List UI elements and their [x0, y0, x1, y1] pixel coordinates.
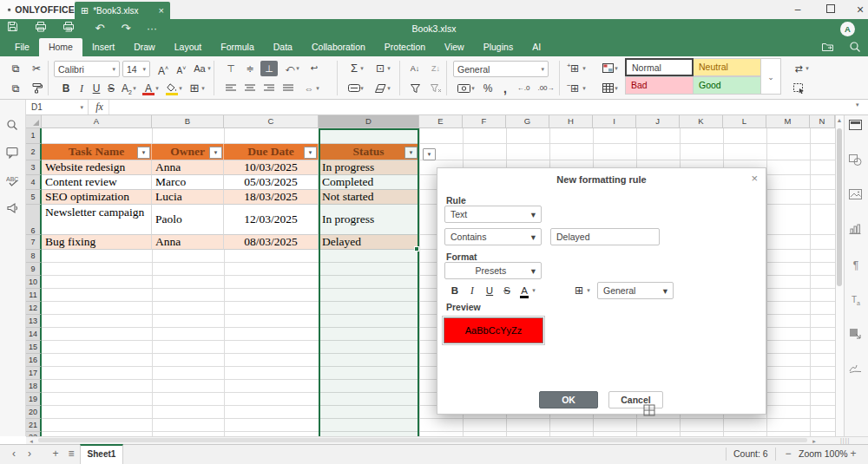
- row-header[interactable]: 21: [26, 419, 42, 432]
- paragraph-settings-icon[interactable]: ¶: [849, 258, 863, 272]
- name-box[interactable]: D1▾: [26, 100, 89, 114]
- column-header-d[interactable]: D: [319, 115, 419, 128]
- fill-handle[interactable]: [414, 246, 419, 252]
- justify-button[interactable]: [279, 81, 297, 96]
- rule-type-select[interactable]: Text ▾: [444, 206, 542, 223]
- cell-style-normal[interactable]: Normal: [625, 58, 694, 76]
- select-range-button[interactable]: [790, 81, 807, 96]
- cell-b5[interactable]: Lucia: [152, 190, 224, 205]
- row-header[interactable]: 6: [26, 205, 42, 235]
- image-settings-icon[interactable]: [849, 189, 863, 203]
- chevron-down-icon[interactable]: ▾: [358, 81, 366, 96]
- quick-print-button[interactable]: [62, 21, 82, 36]
- save-button[interactable]: [7, 21, 26, 36]
- dialog-bold-button[interactable]: B: [448, 282, 462, 299]
- autofilter-button-b[interactable]: ▼: [209, 147, 222, 159]
- align-right-button[interactable]: [260, 81, 278, 96]
- strikethrough-button[interactable]: S: [102, 81, 120, 96]
- chevron-down-icon[interactable]: ▾: [358, 61, 366, 76]
- cell-b4[interactable]: Marco: [152, 175, 224, 190]
- cell-a4[interactable]: Content review: [42, 175, 152, 190]
- row-header[interactable]: 9: [26, 263, 42, 276]
- cell-style-good[interactable]: Good: [693, 76, 761, 95]
- cell-a7[interactable]: Bug fixing: [42, 235, 152, 250]
- next-sheet-icon[interactable]: ›: [23, 448, 36, 461]
- chevron-down-icon[interactable]: ▾: [469, 81, 477, 96]
- clear-filter-button[interactable]: [427, 81, 444, 96]
- expand-formula-bar-icon[interactable]: ▾: [856, 101, 859, 108]
- chart-settings-icon[interactable]: [849, 224, 863, 238]
- row-header[interactable]: 10: [26, 276, 42, 289]
- dialog-close-icon[interactable]: ×: [751, 172, 758, 185]
- chevron-down-icon[interactable]: ▾: [529, 282, 538, 299]
- vertical-scrollbar-thumb[interactable]: [837, 128, 842, 286]
- user-avatar[interactable]: A: [840, 22, 855, 36]
- font-name-select[interactable]: Calibri ▾: [54, 61, 120, 77]
- open-file-location-icon[interactable]: [821, 41, 837, 55]
- comma-style-button[interactable]: ,: [496, 81, 514, 96]
- cell-c3[interactable]: 10/03/2025: [224, 160, 319, 175]
- shape-settings-icon[interactable]: [849, 154, 863, 168]
- rule-value-input[interactable]: [550, 228, 660, 245]
- sheet-tab[interactable]: Sheet1: [80, 444, 123, 464]
- zoom-out-button[interactable]: −: [781, 448, 795, 461]
- column-header-m[interactable]: M: [766, 115, 810, 128]
- chevron-down-icon[interactable]: ▾: [580, 61, 589, 76]
- chevron-down-icon[interactable]: ▾: [385, 61, 393, 76]
- zoom-in-button[interactable]: +: [846, 448, 860, 461]
- column-header-g[interactable]: G: [506, 115, 549, 128]
- row-header[interactable]: 13: [26, 315, 42, 328]
- signature-settings-icon[interactable]: [849, 363, 863, 376]
- dialog-italic-button[interactable]: I: [465, 282, 479, 299]
- chevron-down-icon[interactable]: ▾: [580, 81, 589, 96]
- row-header[interactable]: 4: [26, 175, 42, 190]
- chevron-down-icon[interactable]: ▾: [153, 81, 161, 96]
- cell-style-bad[interactable]: Bad: [625, 76, 694, 95]
- comments-icon[interactable]: [6, 147, 20, 160]
- menu-plugins[interactable]: Plugins: [474, 38, 523, 56]
- column-header-k[interactable]: K: [680, 115, 723, 128]
- menu-insert[interactable]: Insert: [82, 38, 124, 56]
- cell-b3[interactable]: Anna: [152, 160, 224, 175]
- cell-c7[interactable]: 08/03/2025: [224, 235, 319, 250]
- feedback-icon[interactable]: [6, 202, 20, 216]
- chevron-down-icon[interactable]: ▾: [612, 61, 621, 76]
- menu-collaboration[interactable]: Collaboration: [302, 38, 375, 56]
- menu-ai[interactable]: AI: [523, 38, 550, 56]
- row-header[interactable]: 12: [26, 302, 42, 315]
- row-header[interactable]: 5: [26, 190, 42, 205]
- row-header[interactable]: 20: [26, 406, 42, 419]
- tab-close-icon[interactable]: ×: [159, 5, 164, 16]
- bold-button[interactable]: B: [57, 81, 75, 96]
- cell-c5[interactable]: 18/03/2025: [224, 190, 319, 205]
- dialog-underline-button[interactable]: U: [483, 282, 496, 299]
- add-sheet-icon[interactable]: +: [49, 448, 62, 461]
- search-icon[interactable]: [849, 41, 865, 55]
- zoom-level[interactable]: Zoom 100%: [799, 448, 848, 461]
- row-header[interactable]: 7: [26, 235, 42, 250]
- select-all-corner[interactable]: [26, 115, 42, 128]
- column-header-l[interactable]: L: [723, 115, 766, 128]
- row-header[interactable]: 14: [26, 328, 42, 341]
- chevron-down-icon[interactable]: ▾: [612, 81, 621, 96]
- print-button[interactable]: [35, 21, 54, 36]
- scrollbar-resize-grip[interactable]: ||||: [840, 437, 850, 443]
- dialog-strikethrough-button[interactable]: S: [500, 282, 514, 299]
- row-header[interactable]: 17: [26, 367, 42, 380]
- chevron-down-icon[interactable]: ▾: [176, 81, 185, 96]
- menu-protection[interactable]: Protection: [375, 38, 435, 56]
- previous-sheet-icon[interactable]: ‹: [7, 448, 21, 461]
- wrap-text-button[interactable]: ↩: [306, 61, 323, 76]
- cell-b7[interactable]: Anna: [152, 235, 224, 250]
- chevron-down-icon[interactable]: ▾: [130, 81, 139, 96]
- formula-bar[interactable]: [26, 100, 868, 115]
- row-header[interactable]: 18: [26, 380, 42, 393]
- align-middle-button[interactable]: ≑: [241, 61, 259, 76]
- horizontal-scrollbar-thumb[interactable]: [38, 438, 807, 442]
- dialog-number-format-select[interactable]: General ▾: [597, 282, 674, 299]
- column-header-b[interactable]: B: [152, 115, 224, 128]
- chevron-down-icon[interactable]: ▾: [385, 81, 393, 96]
- column-header-c[interactable]: C: [224, 115, 319, 128]
- chevron-down-icon[interactable]: ▾: [205, 61, 214, 76]
- filter-button[interactable]: [406, 81, 424, 96]
